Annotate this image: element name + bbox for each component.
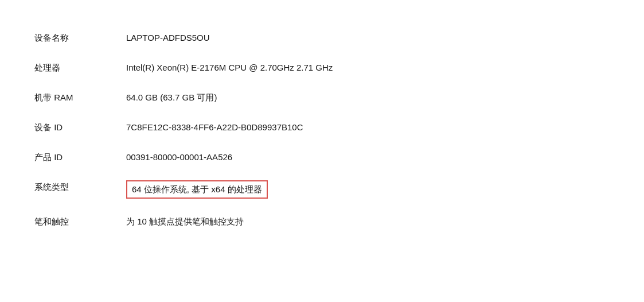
row-device-name: 设备名称LAPTOP-ADFDS5OU: [34, 23, 610, 53]
label-device-id: 设备 ID: [34, 113, 126, 142]
value-pen-touch: 为 10 触摸点提供笔和触控支持: [126, 207, 610, 237]
system-info-table: 设备名称LAPTOP-ADFDS5OU处理器Intel(R) Xeon(R) E…: [34, 23, 610, 237]
value-device-name: LAPTOP-ADFDS5OU: [126, 23, 610, 53]
value-device-id: 7C8FE12C-8338-4FF6-A22D-B0D89937B10C: [126, 113, 610, 142]
row-system-type: 系统类型64 位操作系统, 基于 x64 的处理器: [34, 172, 610, 207]
highlighted-system-type: 64 位操作系统, 基于 x64 的处理器: [126, 180, 268, 199]
label-pen-touch: 笔和触控: [34, 207, 126, 237]
label-product-id: 产品 ID: [34, 142, 126, 172]
label-ram: 机带 RAM: [34, 83, 126, 113]
value-ram: 64.0 GB (63.7 GB 可用): [126, 83, 610, 113]
value-system-type: 64 位操作系统, 基于 x64 的处理器: [126, 172, 610, 207]
label-system-type: 系统类型: [34, 172, 126, 207]
row-processor: 处理器Intel(R) Xeon(R) E-2176M CPU @ 2.70GH…: [34, 53, 610, 83]
row-pen-touch: 笔和触控为 10 触摸点提供笔和触控支持: [34, 207, 610, 237]
row-ram: 机带 RAM64.0 GB (63.7 GB 可用): [34, 83, 610, 113]
value-product-id: 00391-80000-00001-AA526: [126, 142, 610, 172]
value-processor: Intel(R) Xeon(R) E-2176M CPU @ 2.70GHz 2…: [126, 53, 610, 83]
label-device-name: 设备名称: [34, 23, 126, 53]
row-product-id: 产品 ID00391-80000-00001-AA526: [34, 142, 610, 172]
label-processor: 处理器: [34, 53, 126, 83]
row-device-id: 设备 ID7C8FE12C-8338-4FF6-A22D-B0D89937B10…: [34, 113, 610, 142]
